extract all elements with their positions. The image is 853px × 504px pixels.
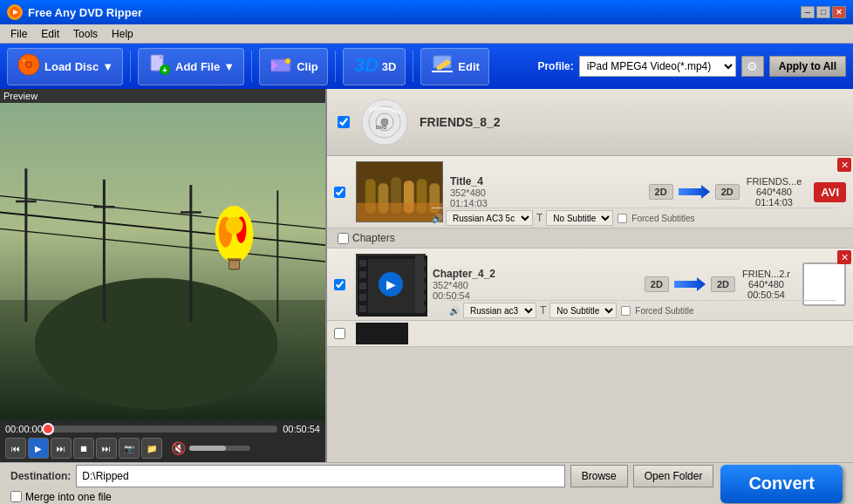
apply-all-button[interactable]: Apply to All [769,56,846,77]
svg-point-19 [35,278,278,410]
clip-label: Clip [297,60,318,73]
browse-button[interactable]: Browse [570,465,628,487]
audio-select-1[interactable]: Russian AC3 5c [446,210,533,226]
convert-button[interactable]: Convert [720,465,843,503]
remove-chapter-button[interactable]: ✕ [837,250,851,264]
ch-output-dims-1: 640*480 [742,279,790,289]
forced-subtitle-label-1: Forced Subtitles [631,214,694,223]
chapters-label: Chapters [352,232,395,244]
load-disc-arrow: ▼ [102,60,113,73]
merge-checkbox[interactable] [10,491,22,502]
open-folder-button[interactable]: Open Folder [633,465,714,487]
ch-audio-select-1[interactable]: Russian ac3 [463,303,536,318]
disc-icon: DVD [358,96,411,148]
ch-subtitle-select-1[interactable]: No Subtitle [549,303,617,318]
load-disc-icon: + [17,52,41,81]
remove-title-button[interactable]: ✕ [837,158,851,172]
window-controls: ─ □ ✕ [801,6,846,18]
friends-scene [357,162,442,221]
output-dims-1: 640*480 [747,187,802,197]
clip-button[interactable]: Clip [259,48,328,85]
titlebar: Free Any DVD Ripper ─ □ ✕ [0,0,853,24]
preview-label: Preview [0,89,325,103]
volume-slider[interactable] [189,446,250,451]
ch-forced-subtitle-label-1: Forced Subtitle [635,306,693,316]
app-title: Free Any DVD Ripper [28,6,801,19]
restore-button[interactable]: □ [816,6,830,18]
toolbar: + Load Disc ▼ + Add File ▼ Clip [0,44,853,89]
ch-arrow-icon [672,276,707,293]
chapter-name-1: Chapter_4_2 [433,268,638,280]
chapters-checkbox[interactable] [338,233,349,244]
svg-rect-61 [419,294,426,301]
preview-panel: Preview [0,89,327,462]
open-folder-playback-button[interactable]: 📁 [141,438,162,459]
snapshot-button[interactable]: 📷 [119,438,140,459]
edit-label: Edit [458,60,480,73]
stop-button[interactable]: ⏹ [73,438,94,459]
title-item-1: ✕ [327,156,853,228]
chapter-dims-1: 352*480 [433,280,638,290]
menu-help[interactable]: Help [105,26,140,42]
3d-label: 3D [382,60,397,73]
title-info-1: Title_4 352*480 01:14:03 [450,175,642,208]
profile-select[interactable]: iPad MPEG4 Video(*.mp4) [579,56,736,77]
svg-rect-55 [359,283,366,289]
toolbar-divider-1 [130,51,131,82]
add-file-button[interactable]: + Add File ▼ [138,48,244,85]
extra-checkbox[interactable] [334,328,345,339]
title-name-1: Title_4 [450,175,642,187]
profile-label: Profile: [537,60,573,72]
volume-fill [189,446,226,451]
3d-icon: 3D [352,52,379,81]
total-time: 00:50:54 [283,424,320,434]
conv-arrow-chapter-1: 2D 2D [645,276,735,293]
prev-button[interactable]: ⏮ [5,438,26,459]
step-button[interactable]: ⏭ [96,438,117,459]
fast-forward-button[interactable]: ⏭ [51,438,72,459]
svg-rect-50 [357,203,442,222]
disc-item: DVD FRIENDS_8_2 [327,89,853,156]
chapter-info-1: Chapter_4_2 352*480 00:50:54 [433,268,638,301]
extra-thumb [356,323,408,344]
svg-rect-59 [419,271,426,278]
3d-button[interactable]: 3D 3D [343,48,406,85]
svg-rect-53 [359,260,366,267]
volume-area: 🔇 [171,441,250,455]
chapter-item-1: ✕ [327,249,853,321]
svg-point-12 [285,58,290,64]
menu-edit[interactable]: Edit [34,26,66,42]
profile-area: Profile: iPad MPEG4 Video(*.mp4) ⚙ Apply… [537,56,846,77]
load-disc-button[interactable]: + Load Disc ▼ [7,48,123,85]
minimize-button[interactable]: ─ [801,6,815,18]
chapter-checkbox-1[interactable] [334,279,345,290]
disc-checkbox[interactable] [338,116,350,128]
destination-input[interactable] [76,465,564,487]
mute-icon[interactable]: 🔇 [171,441,186,455]
menu-tools[interactable]: Tools [66,26,105,42]
ch-forced-subtitle-cb-1[interactable] [621,305,631,315]
svg-rect-56 [359,294,366,301]
svg-rect-58 [419,260,426,267]
load-disc-label: Load Disc [44,60,99,73]
play-button[interactable]: ▶ [28,438,49,459]
svg-rect-62 [419,305,426,312]
menu-file[interactable]: File [3,26,34,42]
toolbar-divider-4 [413,51,413,82]
profile-settings-button[interactable]: ⚙ [741,56,764,77]
output-info-1: FRIENDS...e 640*480 01:14:03 [747,176,802,208]
ch-output-name-1: FRIEN...2.r [742,269,790,279]
title-checkbox-1[interactable] [334,187,345,198]
svg-rect-54 [359,271,366,278]
progress-bar[interactable] [48,426,277,432]
edit-button[interactable]: Edit [420,48,489,85]
file-panel-wrapper: DVD FRIENDS_8_2 ✕ [327,89,853,462]
subtitle-select-1[interactable]: No Subtitle [546,210,613,226]
svg-rect-57 [359,305,366,312]
app-icon [7,4,23,20]
menubar: File Edit Tools Help [0,24,853,44]
close-button[interactable]: ✕ [832,6,846,18]
forced-subtitle-cb-1[interactable] [618,213,627,222]
progress-dot [42,423,54,435]
current-time: 00:00:00 [5,424,43,434]
